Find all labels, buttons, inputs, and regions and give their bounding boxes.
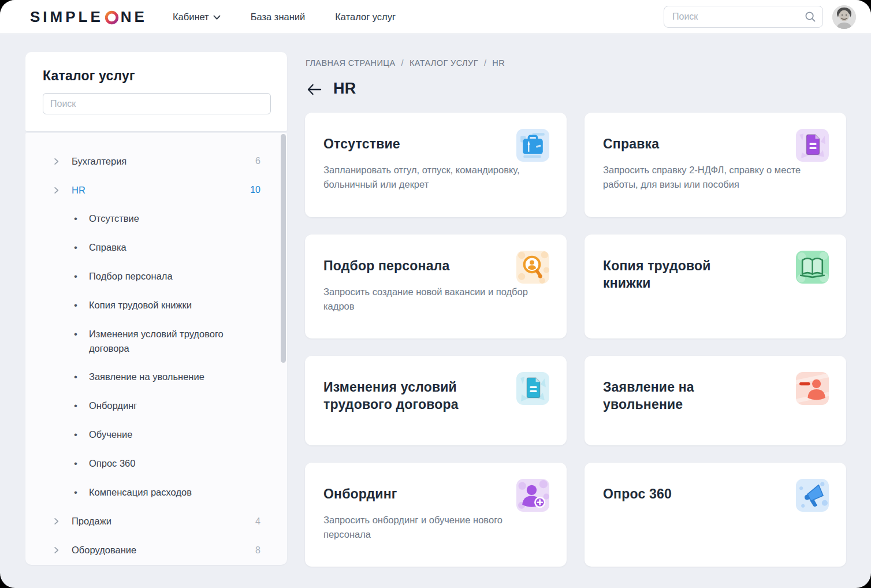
chevron-right-icon — [52, 546, 61, 555]
brand-logo-prefix: SIMPLE — [30, 8, 103, 26]
item-label: Справка — [89, 233, 147, 262]
group-label: HR — [72, 185, 250, 196]
bullet-icon: • — [74, 457, 77, 471]
sidebar-header: Каталог услуг — [25, 52, 287, 131]
sidebar-item[interactable]: •Подбор персонала — [25, 262, 287, 291]
card-title: Онбординг — [323, 482, 481, 503]
global-search-input[interactable] — [664, 6, 823, 28]
top-navbar: SIMPLE NE КабинетБаза знанийКаталог услу… — [0, 0, 871, 34]
bullet-icon: • — [74, 399, 77, 413]
bullet-icon: • — [74, 370, 77, 384]
chevron-right-icon — [52, 517, 61, 526]
card-title: Отсутствие — [323, 132, 481, 152]
global-search — [664, 6, 823, 28]
bullet-icon: • — [74, 328, 77, 341]
nav-item-0[interactable]: Кабинет — [173, 12, 221, 23]
brand-logo-suffix: NE — [121, 8, 147, 26]
group-label: Бухгалтерия — [72, 156, 255, 167]
person-remove-icon — [796, 372, 829, 405]
nav-item-label: База знаний — [251, 12, 306, 23]
group-count: 4 — [255, 516, 260, 527]
user-avatar[interactable] — [832, 5, 856, 29]
group-count: 8 — [255, 545, 260, 556]
breadcrumb-item[interactable]: HR — [492, 58, 505, 68]
service-card-7[interactable]: Опрос 360 — [585, 463, 846, 567]
bullet-icon: • — [74, 270, 77, 284]
bullet-icon: • — [74, 486, 77, 500]
bullet-icon: • — [74, 428, 77, 442]
card-description: Запланировать отгул, отпуск, командировк… — [323, 163, 548, 192]
item-label: Копия трудовой книжки — [89, 291, 213, 319]
service-card-3[interactable]: Копия трудовой книжки — [585, 235, 846, 338]
item-label: Подбор персонала — [89, 262, 193, 291]
card-title: Копия трудовой книжки — [603, 254, 760, 292]
item-label: Онбординг — [89, 392, 158, 420]
item-label: Отсутствие — [89, 204, 160, 233]
card-title: Справка — [603, 132, 760, 152]
nav-item-label: Кабинет — [173, 12, 209, 23]
sidebar-item[interactable]: •Копия трудовой книжки — [25, 291, 287, 320]
card-title: Опрос 360 — [603, 482, 760, 503]
item-label: Компенсация расходов — [89, 478, 213, 507]
contract-icon — [516, 372, 549, 405]
card-description: Запросить справку 2-НДФЛ, справку о мест… — [603, 163, 828, 192]
sidebar-group-active[interactable]: HR10 — [25, 176, 287, 204]
item-label: Изменения условий трудового договора — [89, 320, 260, 363]
breadcrumb-separator: / — [484, 58, 486, 68]
chevron-right-icon — [52, 157, 61, 166]
sidebar-item[interactable]: •Заявление на увольнение — [25, 363, 287, 392]
nav-item-2[interactable]: Каталог услуг — [335, 12, 396, 23]
breadcrumb: ГЛАВНАЯ СТРАНИЦА/КАТАЛОГ УСЛУГ/HR — [306, 58, 505, 68]
main-nav: КабинетБаза знанийКаталог услуг — [173, 12, 396, 23]
sidebar-item[interactable]: •Онбординг — [25, 392, 287, 420]
search-person-icon — [516, 251, 549, 284]
page-title-row: HR — [307, 80, 356, 98]
sidebar-item[interactable]: •Справка — [25, 233, 287, 262]
card-description: Запросить создание новой вакансии и подб… — [323, 285, 548, 314]
item-label: Обучение — [89, 420, 153, 449]
sidebar-search-input[interactable] — [43, 93, 271, 114]
navbar-right — [664, 5, 856, 29]
nav-item-1[interactable]: База знаний — [251, 12, 306, 23]
sidebar-group[interactable]: Оборудование8 — [25, 536, 287, 565]
megaphone-icon — [796, 479, 829, 512]
breadcrumb-item[interactable]: ГЛАВНАЯ СТРАНИЦА — [306, 58, 395, 68]
service-card-5[interactable]: Заявление на увольнение — [585, 356, 846, 445]
search-icon[interactable] — [805, 11, 816, 25]
service-card-2[interactable]: Подбор персоналаЗапросить создание новой… — [305, 235, 567, 338]
bullet-icon: • — [74, 241, 77, 255]
item-label: Опрос 360 — [89, 449, 157, 478]
service-card-0[interactable]: ОтсутствиеЗапланировать отгул, отпуск, к… — [305, 113, 567, 217]
brand-logo[interactable]: SIMPLE NE — [30, 8, 147, 26]
group-count: 10 — [250, 185, 260, 195]
bullet-icon: • — [74, 212, 77, 226]
catalog-tree: Бухгалтерия6HR10•Отсутствие•Справка•Подб… — [25, 133, 287, 565]
sidebar-item[interactable]: •Компенсация расходов — [25, 478, 287, 507]
sidebar-item[interactable]: •Опрос 360 — [25, 449, 287, 478]
sidebar-title: Каталог услуг — [43, 68, 270, 84]
document-icon — [796, 129, 829, 162]
service-cards-grid: ОтсутствиеЗапланировать отгул, отпуск, к… — [305, 113, 846, 567]
chevron-right-icon — [52, 185, 61, 195]
group-label: Продажи — [72, 516, 255, 527]
breadcrumb-item[interactable]: КАТАЛОГ УСЛУГ — [410, 58, 478, 68]
service-card-4[interactable]: Изменения условий трудового договора — [305, 356, 567, 445]
card-title: Заявление на увольнение — [603, 375, 760, 414]
service-card-6[interactable]: ОнбордингЗапросить онбординг и обучение … — [305, 463, 567, 567]
back-arrow-icon[interactable] — [307, 83, 322, 96]
sidebar-group[interactable]: Продажи4 — [25, 507, 287, 536]
open-book-icon — [796, 251, 829, 284]
breadcrumb-separator: / — [401, 58, 403, 68]
card-title: Подбор персонала — [323, 254, 481, 274]
sidebar-item[interactable]: •Отсутствие — [25, 204, 287, 233]
sidebar-item[interactable]: •Обучение — [25, 420, 287, 449]
brand-o-icon — [103, 9, 121, 25]
app-window: SIMPLE NE КабинетБаза знанийКаталог услу… — [0, 0, 871, 588]
person-add-icon — [516, 479, 549, 512]
sidebar-item[interactable]: •Изменения условий трудового договора — [25, 320, 287, 363]
card-title: Изменения условий трудового договора — [323, 375, 481, 414]
service-card-1[interactable]: СправкаЗапросить справку 2-НДФЛ, справку… — [585, 113, 846, 217]
page-title: HR — [333, 80, 356, 98]
sidebar-scrollbar-thumb[interactable] — [281, 134, 286, 363]
sidebar-group[interactable]: Бухгалтерия6 — [25, 147, 287, 176]
